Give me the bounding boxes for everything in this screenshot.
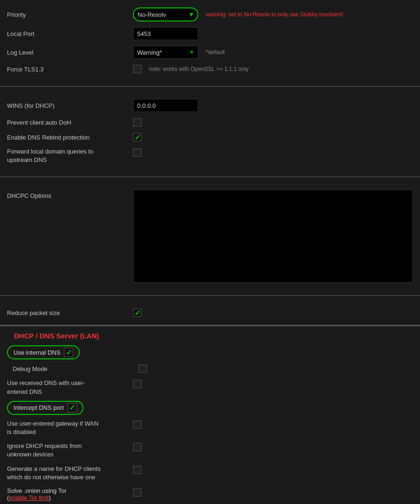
dns-rebind-control: ✓ [133, 133, 141, 141]
log-level-label: Log Level [7, 49, 133, 56]
intercept-dns-checkbox[interactable]: ✓ [68, 403, 77, 413]
ignore-dhcp-label: Ignore DHCP requests fromunknown devices [7, 442, 133, 459]
ignore-dhcp-control [133, 442, 141, 451]
use-gateway-checkbox[interactable] [133, 420, 141, 429]
dhcpc-label: DHCPC Options [7, 189, 133, 199]
wins-label: WINS (for DHCP) [7, 102, 133, 109]
use-received-dns-control [133, 379, 141, 388]
reduce-packet-label: Reduce packet size [7, 309, 133, 316]
intercept-dns-highlighted: Intercept DNS port ✓ [7, 401, 84, 415]
dhcpc-textarea[interactable] [133, 189, 413, 283]
priority-control: No-Resolv Default Strict ▼ warning: set … [133, 7, 343, 21]
intercept-dns-label: Intercept DNS port [14, 404, 64, 411]
debug-mode-label: Debug Mode [13, 365, 139, 372]
use-gateway-label: Use user-entered gateway if WANis disabl… [7, 420, 133, 436]
debug-mode-checkbox[interactable] [139, 364, 147, 373]
use-gateway-control [133, 420, 141, 429]
use-received-dns-label: Use received DNS with user-entered DNS [7, 379, 133, 396]
use-internal-dns-checkbox[interactable]: ✓ [64, 348, 73, 357]
generate-name-row: Generate a name for DHCP clientswhich do… [7, 462, 413, 484]
force-tls-label: Force TLS1.3 [7, 66, 133, 73]
priority-label: Priority [7, 11, 133, 18]
log-level-select-wrapper: Warning* Debug Info Error ▼ [133, 46, 198, 59]
solve-onion-label: Solve .onion using Tor [7, 487, 133, 494]
ignore-dhcp-row: Ignore DHCP requests fromunknown devices [7, 439, 413, 462]
use-internal-dns-highlighted: Use internal DNS ✓ [7, 345, 80, 359]
solve-onion-label-container: Solve .onion using Tor (enable Tor first… [7, 487, 133, 501]
local-port-input[interactable] [133, 27, 198, 40]
wins-input[interactable] [133, 99, 198, 112]
log-level-row: Log Level Warning* Debug Info Error ▼ *d… [7, 43, 413, 62]
forward-local-label: Forward local domain queries toupstream … [7, 147, 133, 164]
generate-name-label: Generate a name for DHCP clientswhich do… [7, 465, 133, 482]
debug-mode-control [139, 364, 147, 373]
use-gateway-row: Use user-entered gateway if WANis disabl… [7, 417, 413, 439]
priority-select[interactable]: No-Resolv Default Strict [133, 7, 198, 21]
generate-name-checkbox[interactable] [133, 466, 141, 474]
local-port-label: Local Port [7, 30, 133, 37]
reduce-packet-control: ✓ [133, 308, 141, 317]
force-tls-checkbox[interactable] [133, 65, 141, 73]
intercept-dns-container: Intercept DNS port ✓ [7, 399, 413, 417]
dns-rebind-row: Enable DNS Rebind protection ✓ [7, 130, 413, 145]
dns-rebind-checkbox[interactable]: ✓ [133, 133, 141, 141]
prevent-doh-row: Prevent client auto DoH [7, 115, 413, 130]
dns-rebind-label: Enable DNS Rebind protection [7, 134, 133, 141]
use-internal-dns-label: Use internal DNS [14, 349, 60, 356]
dhcpc-row: DHCPC Options [7, 187, 413, 286]
force-tls-note: note: works with OpenSSL >= 1.1.1 only [149, 66, 249, 72]
solve-onion-row: Solve .onion using Tor (enable Tor first… [7, 484, 413, 504]
reduce-packet-row: Reduce packet size ✓ [7, 305, 413, 320]
wins-row: WINS (for DHCP) [7, 96, 413, 115]
ignore-dhcp-checkbox[interactable] [133, 443, 141, 451]
forward-local-control [133, 147, 141, 157]
solve-onion-checkbox[interactable] [133, 488, 141, 497]
enable-tor-link[interactable]: enable Tor first [9, 494, 49, 501]
generate-name-control [133, 465, 141, 474]
local-port-row: Local Port [7, 24, 413, 43]
use-internal-dns-container: Use internal DNS ✓ [7, 343, 413, 361]
solve-onion-control [133, 487, 141, 497]
priority-warning: warning: set to No-Resolv to only use St… [206, 11, 343, 18]
reduce-packet-checkbox[interactable]: ✓ [133, 308, 141, 317]
priority-select-wrapper: No-Resolv Default Strict ▼ [133, 7, 198, 21]
solve-onion-subtext: (enable Tor first) [7, 494, 133, 501]
debug-mode-row: Debug Mode [7, 361, 413, 376]
priority-row: Priority No-Resolv Default Strict ▼ warn… [7, 5, 413, 24]
wins-control [133, 99, 198, 112]
forward-local-row: Forward local domain queries toupstream … [7, 145, 413, 167]
use-received-dns-row: Use received DNS with user-entered DNS [7, 376, 413, 399]
lan-section-title: DHCP / DNS Server (LAN) [7, 326, 413, 343]
prevent-doh-checkbox[interactable] [133, 118, 141, 126]
force-tls-control: note: works with OpenSSL >= 1.1.1 only [133, 65, 249, 73]
log-level-note: *default [206, 49, 225, 56]
prevent-doh-control [133, 118, 141, 126]
log-level-select[interactable]: Warning* Debug Info Error [133, 46, 198, 59]
forward-local-checkbox[interactable] [133, 148, 141, 157]
log-level-control: Warning* Debug Info Error ▼ *default [133, 46, 225, 59]
use-received-dns-checkbox[interactable] [133, 380, 141, 388]
prevent-doh-label: Prevent client auto DoH [7, 119, 133, 126]
local-port-control [133, 27, 198, 40]
force-tls-row: Force TLS1.3 note: works with OpenSSL >=… [7, 62, 413, 77]
